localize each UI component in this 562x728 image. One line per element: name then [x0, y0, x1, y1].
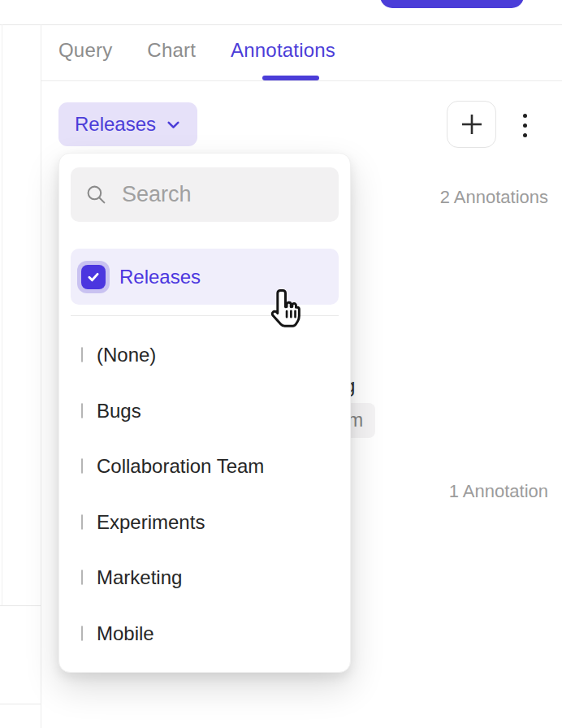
- add-annotation-button[interactable]: [447, 101, 496, 148]
- dropdown-options: Releases (None) Bugs Collaboration Team …: [59, 249, 350, 661]
- option-label: (None): [97, 344, 156, 366]
- option-label: Collaboration Team: [97, 455, 264, 478]
- page-left-border: [2, 24, 2, 605]
- releases-filter-dropdown-panel: Releases (None) Bugs Collaboration Team …: [58, 153, 351, 673]
- primary-action-button[interactable]: [380, 0, 524, 8]
- checkbox[interactable]: [81, 404, 83, 418]
- content-left-border: [41, 24, 41, 728]
- option-label: Marketing: [97, 566, 182, 589]
- dropdown-option[interactable]: Marketing: [59, 550, 350, 606]
- annotation-group-count: 1 Annotation: [449, 481, 548, 502]
- checkbox[interactable]: [81, 459, 83, 474]
- search-input[interactable]: [122, 182, 324, 207]
- option-label: Mobile: [97, 622, 154, 645]
- unchecked-checkbox[interactable]: [81, 458, 83, 474]
- option-label: Releases: [119, 266, 201, 288]
- chevron-down-icon: [166, 117, 181, 132]
- kebab-icon: [523, 114, 527, 137]
- gutter-divider: [0, 704, 41, 704]
- unchecked-checkbox[interactable]: [81, 403, 83, 418]
- tab-bar: Query Chart Annotations: [58, 39, 335, 62]
- checkbox[interactable]: [81, 626, 83, 641]
- options-divider: [71, 315, 339, 316]
- tab-query[interactable]: Query: [58, 39, 112, 62]
- top-divider: [0, 24, 562, 25]
- dropdown-option[interactable]: Collaboration Team: [59, 439, 350, 495]
- plus-icon: [459, 111, 485, 137]
- option-label: Bugs: [97, 400, 141, 422]
- search-icon: [85, 184, 107, 206]
- checkbox[interactable]: [81, 515, 83, 530]
- releases-filter-dropdown-button[interactable]: Releases: [58, 102, 197, 146]
- checked-checkbox[interactable]: [81, 265, 106, 289]
- checkbox-focus-ring: [77, 261, 110, 293]
- check-icon: [86, 270, 101, 284]
- gutter-divider: [0, 605, 41, 606]
- filter-button-label: Releases: [75, 113, 156, 136]
- tab-chart[interactable]: Chart: [147, 39, 196, 62]
- unchecked-checkbox[interactable]: [81, 347, 83, 362]
- checkbox[interactable]: [81, 348, 83, 362]
- dropdown-search[interactable]: [71, 167, 339, 222]
- tabs-divider: [41, 80, 562, 81]
- unchecked-checkbox[interactable]: [81, 570, 83, 585]
- checkbox[interactable]: [81, 570, 83, 585]
- dropdown-option[interactable]: Bugs: [59, 384, 350, 440]
- more-options-button[interactable]: [514, 108, 535, 142]
- unchecked-checkbox[interactable]: [81, 514, 83, 530]
- tab-annotations[interactable]: Annotations: [231, 39, 335, 62]
- dropdown-option[interactable]: Mobile: [59, 606, 350, 662]
- dropdown-option[interactable]: (None): [59, 327, 350, 384]
- dropdown-option[interactable]: Releases: [71, 249, 339, 305]
- dropdown-option[interactable]: Experiments: [59, 495, 350, 551]
- unchecked-checkbox[interactable]: [81, 626, 83, 641]
- checkbox[interactable]: [77, 261, 110, 293]
- option-label: Experiments: [97, 511, 205, 534]
- annotation-group-count: 2 Annotations: [440, 187, 548, 208]
